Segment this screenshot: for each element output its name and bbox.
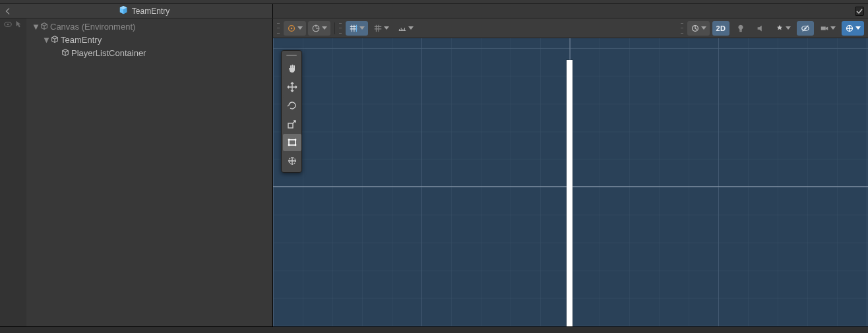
rotate-tool-button[interactable] bbox=[283, 97, 301, 114]
gizmos-button[interactable] bbox=[842, 21, 864, 36]
grid-visibility-button[interactable] bbox=[346, 21, 368, 36]
hierarchy-panel: ▼ Canvas (Environment) ▼ TeamEntry bbox=[0, 18, 273, 326]
chevron-down-icon[interactable]: ▼ bbox=[42, 35, 49, 45]
chevron-down-icon bbox=[297, 26, 303, 30]
tool-pivot-mode-button[interactable] bbox=[284, 21, 306, 36]
gameobject-icon bbox=[50, 35, 59, 44]
prefab-name: TeamEntry bbox=[132, 7, 170, 16]
increment-snapping-button[interactable] bbox=[394, 21, 417, 36]
scene-camera-button[interactable] bbox=[817, 21, 839, 36]
toolbar-grip[interactable] bbox=[681, 23, 683, 34]
svg-point-21 bbox=[288, 144, 290, 146]
selected-canvas-rect[interactable] bbox=[567, 60, 573, 326]
svg-rect-18 bbox=[289, 140, 295, 145]
chevron-down-icon bbox=[384, 26, 389, 30]
hierarchy-item-playerlistcontainer[interactable]: ▼ PlayerListContainer bbox=[26, 46, 272, 59]
svg-rect-10 bbox=[821, 26, 826, 30]
svg-rect-6 bbox=[739, 30, 742, 32]
scale-tool-button[interactable] bbox=[283, 115, 301, 133]
prefab-icon bbox=[119, 5, 128, 16]
svg-point-1 bbox=[7, 24, 9, 26]
gameobject-icon bbox=[40, 22, 49, 31]
transform-tool-strip bbox=[281, 50, 302, 173]
chevron-down-icon bbox=[855, 26, 861, 30]
scene-fx-button[interactable] bbox=[772, 21, 794, 36]
transform-tool-button[interactable] bbox=[283, 152, 301, 169]
view-2d-toggle[interactable]: 2D bbox=[712, 21, 729, 36]
scene-canvas[interactable] bbox=[273, 38, 868, 326]
hierarchy-item-canvas-env[interactable]: ▼ Canvas (Environment) bbox=[26, 20, 272, 33]
hierarchy-tree[interactable]: ▼ Canvas (Environment) ▼ TeamEntry bbox=[26, 18, 272, 326]
breadcrumb-bar: TeamEntry bbox=[0, 4, 868, 18]
scene-toolbar: 2D bbox=[273, 18, 868, 38]
chevron-down-icon bbox=[701, 26, 706, 30]
prefab-back-button[interactable] bbox=[0, 4, 16, 18]
svg-point-3 bbox=[291, 27, 293, 29]
grid-snapping-button[interactable] bbox=[370, 21, 392, 36]
toolbar-grip[interactable] bbox=[339, 23, 342, 34]
checkmark-icon bbox=[855, 7, 864, 16]
scene-visibility-icon[interactable] bbox=[3, 20, 13, 31]
chevron-down-icon bbox=[322, 26, 327, 30]
chevron-down-icon bbox=[408, 26, 414, 30]
hierarchy-item-teamentry[interactable]: ▼ TeamEntry bbox=[26, 33, 272, 46]
hand-tool-button[interactable] bbox=[283, 60, 301, 77]
toolbar-grip[interactable] bbox=[277, 23, 280, 34]
prefab-breadcrumb[interactable]: TeamEntry bbox=[16, 5, 272, 16]
hierarchy-label: PlayerListContainer bbox=[71, 48, 146, 58]
scene-pickability-icon[interactable] bbox=[14, 20, 23, 31]
scene-audio-toggle[interactable] bbox=[752, 21, 769, 36]
view-2d-label: 2D bbox=[716, 24, 726, 32]
hierarchy-label: Canvas (Environment) bbox=[50, 22, 135, 32]
chevron-down-icon bbox=[359, 26, 365, 30]
tool-handle-rotation-button[interactable] bbox=[308, 21, 330, 36]
svg-point-22 bbox=[295, 144, 297, 146]
chevron-down-icon bbox=[786, 26, 791, 30]
svg-rect-17 bbox=[288, 123, 293, 128]
chevron-down-icon bbox=[830, 26, 836, 30]
gameobject-icon bbox=[61, 48, 70, 57]
auto-save-toggle[interactable] bbox=[855, 4, 864, 18]
status-bar bbox=[0, 326, 868, 333]
scene-visibility-toggle[interactable] bbox=[797, 21, 814, 36]
hierarchy-label: TeamEntry bbox=[61, 35, 102, 45]
hierarchy-visibility-column bbox=[0, 18, 26, 326]
debug-draw-mode-button[interactable] bbox=[687, 21, 710, 36]
svg-point-19 bbox=[288, 139, 290, 141]
scene-lighting-toggle[interactable] bbox=[732, 21, 749, 36]
rect-tool-button[interactable] bbox=[283, 134, 301, 151]
scene-view[interactable]: 2D bbox=[273, 18, 868, 326]
tool-strip-drag-handle[interactable] bbox=[283, 53, 300, 57]
svg-point-20 bbox=[295, 139, 297, 141]
chevron-down-icon[interactable]: ▼ bbox=[32, 22, 38, 32]
move-tool-button[interactable] bbox=[283, 78, 301, 96]
